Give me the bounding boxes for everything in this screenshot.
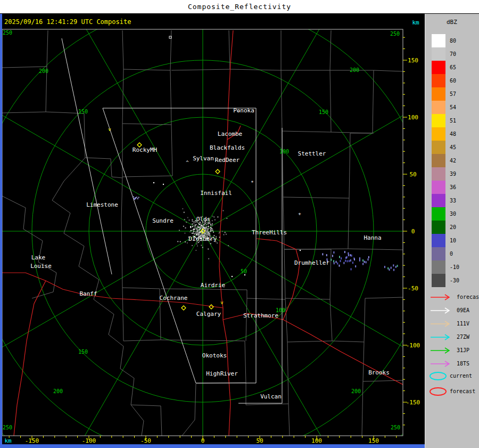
track-row: 31JP xyxy=(430,344,479,357)
scale-row: 0 xyxy=(432,247,459,260)
km-unit-bottom: km xyxy=(4,438,11,444)
city-label: RockyMH xyxy=(133,147,157,153)
scale-value: 54 xyxy=(450,104,456,110)
scale-value: -30 xyxy=(450,278,459,283)
station-dot-icon xyxy=(163,184,164,185)
ring-label: 100 xyxy=(279,149,289,154)
scale-swatch xyxy=(432,221,445,234)
timestamp: 2025/09/16 12:41:29 UTC Composite xyxy=(4,19,131,25)
scale-swatch xyxy=(432,47,445,61)
ring-label: 150 xyxy=(78,109,88,115)
scale-value: 57 xyxy=(450,91,456,97)
forecast-ellipse-icon xyxy=(430,387,447,396)
scale-value: 70 xyxy=(450,51,456,57)
ring-label: 250 xyxy=(390,31,400,37)
ring-label: 200 xyxy=(39,69,48,74)
axis-label-bottom: 150 xyxy=(368,438,379,444)
axis-label-right: -50 xyxy=(408,286,418,291)
track-arrow-icon xyxy=(430,334,454,340)
city-label: Lacombe xyxy=(218,131,242,137)
city-label: Cochrane xyxy=(160,295,188,301)
window-border-bottom xyxy=(0,444,425,448)
city-label: Olds xyxy=(196,216,211,222)
radar-application-window: vv^^*+ Composite_Reflectivity 2025/09/16… xyxy=(0,0,479,448)
scale-swatch xyxy=(432,234,445,247)
scale-swatch xyxy=(432,167,445,181)
scale-row: 60 xyxy=(432,74,459,87)
city-label: HighRiver xyxy=(206,371,238,377)
station-symbol-icon: * xyxy=(251,180,253,185)
scale-value: 60 xyxy=(450,78,456,84)
scale-row: 33 xyxy=(432,194,459,207)
scale-swatch xyxy=(432,181,445,194)
scale-value: -10 xyxy=(450,264,459,270)
station-dot-icon xyxy=(153,182,154,183)
scale-value: 48 xyxy=(450,131,456,137)
scale-value: 30 xyxy=(450,211,456,217)
axis-label-bottom: -150 xyxy=(25,438,39,444)
city-label: Ponoka xyxy=(233,108,254,113)
city-label: RedDeer xyxy=(215,157,240,163)
scale-swatch xyxy=(432,247,445,260)
city-label: Blackfalds xyxy=(210,145,245,151)
track-row: forecast xyxy=(430,290,479,304)
scale-value: 33 xyxy=(450,198,456,203)
scale-swatch xyxy=(432,207,445,221)
city-label: Okotoks xyxy=(202,353,227,359)
ring-label: 200 xyxy=(351,389,361,394)
scale-value: 36 xyxy=(450,184,456,190)
scale-value: 51 xyxy=(450,118,456,124)
ring-label: 50 xyxy=(241,269,247,274)
city-label: Sylvan xyxy=(193,156,214,161)
window-border-left xyxy=(0,13,2,448)
scale-swatch xyxy=(432,101,445,114)
current-ellipse-icon xyxy=(430,372,447,380)
scale-value: 80 xyxy=(450,38,456,44)
city-label: Limestone xyxy=(86,202,118,208)
track-legend: forecast09EA111V27ZW31JP18TS xyxy=(430,290,479,370)
ring-label: 200 xyxy=(350,68,359,73)
track-row: 111V xyxy=(430,317,479,330)
city-label: Sundre xyxy=(152,218,174,224)
track-label: 27ZW xyxy=(457,334,469,340)
scale-swatch xyxy=(432,194,445,207)
city-label: Drumheller xyxy=(294,260,329,266)
ring-label: 250 xyxy=(3,30,12,36)
scale-row: 54 xyxy=(432,101,459,114)
page-title: Composite_Reflectivity xyxy=(188,3,291,11)
map-layers xyxy=(0,0,479,448)
track-label: forecast xyxy=(457,294,479,300)
scale-swatch xyxy=(432,87,445,101)
scale-value: 65 xyxy=(450,64,456,70)
ring-label: 200 xyxy=(53,389,63,394)
dbz-scale-title: dBZ xyxy=(447,19,457,26)
city-label: Airdrie xyxy=(201,282,225,288)
city-label: Lake xyxy=(31,255,46,260)
ring-label: 150 xyxy=(319,110,328,115)
cell-legend: currentforecast xyxy=(430,368,475,399)
axis-label-bottom: -50 xyxy=(141,438,151,444)
scale-swatch xyxy=(432,127,445,141)
station-dot-icon xyxy=(244,274,245,275)
track-label: 09EA xyxy=(457,307,469,313)
axis-label-bottom: 100 xyxy=(311,438,322,444)
station-symbol-icon: + xyxy=(298,211,301,216)
city-label: Innisfail xyxy=(200,190,232,196)
scale-row: 45 xyxy=(432,141,459,154)
ellipse-label: current xyxy=(450,373,472,379)
track-arrow-icon xyxy=(430,294,454,300)
scale-row: 65 xyxy=(432,61,459,74)
scale-swatch xyxy=(432,154,445,167)
scale-swatch xyxy=(432,74,445,87)
city-label: ThreeHills xyxy=(252,230,287,235)
track-arrow-icon xyxy=(430,307,454,314)
wind-mark-icon: v xyxy=(220,300,223,305)
ellipse-row: current xyxy=(430,368,475,384)
legend-panel: dBZ 807065605754514845423936333020100-10… xyxy=(425,13,479,448)
station-dot-icon xyxy=(300,250,301,251)
scale-row: 36 xyxy=(432,181,459,194)
axis-label-right: 100 xyxy=(408,115,418,120)
scale-row: 70 xyxy=(432,47,459,61)
axis-label-right: 150 xyxy=(408,58,418,63)
track-label: 18TS xyxy=(457,361,469,366)
